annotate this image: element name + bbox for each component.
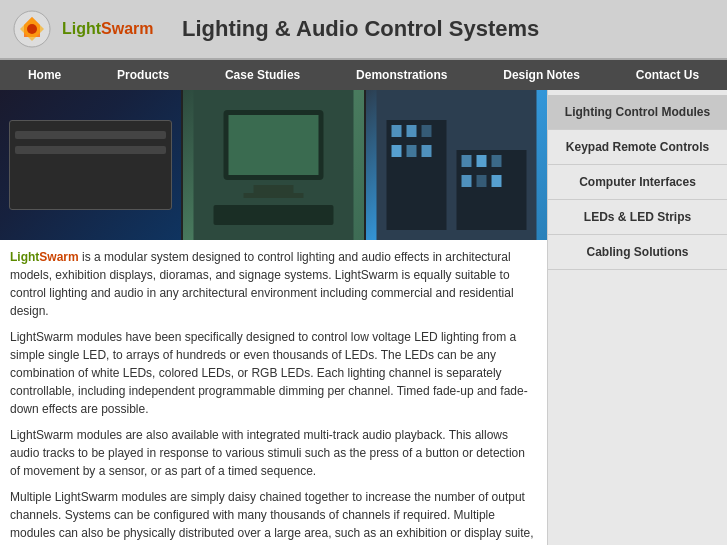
display-graphic <box>183 90 364 240</box>
banner-image-3 <box>366 90 547 240</box>
svg-rect-23 <box>477 175 487 187</box>
paragraph-1: LightSwarm is a modular system designed … <box>10 248 537 320</box>
site-title: Lighting & Audio Control Systems <box>172 16 539 42</box>
logo-icon <box>12 9 52 49</box>
logo-text: LightSwarm <box>62 20 154 38</box>
svg-rect-9 <box>214 205 334 225</box>
sidebar: Lighting Control Modules Keypad Remote C… <box>547 90 727 545</box>
svg-rect-22 <box>462 175 472 187</box>
svg-rect-16 <box>392 145 402 157</box>
nav-design-notes[interactable]: Design Notes <box>491 62 592 88</box>
sidebar-item-keypad-remote[interactable]: Keypad Remote Controls <box>548 130 727 165</box>
nav-case-studies[interactable]: Case Studies <box>213 62 312 88</box>
svg-rect-17 <box>407 145 417 157</box>
brand-name-1: LightSwarm <box>10 250 79 264</box>
content-area: LightSwarm is a modular system designed … <box>0 90 547 545</box>
image-banner <box>0 90 547 240</box>
svg-rect-7 <box>254 185 294 193</box>
svg-point-3 <box>27 24 37 34</box>
banner-image-2 <box>183 90 364 240</box>
svg-rect-20 <box>477 155 487 167</box>
sidebar-item-cabling[interactable]: Cabling Solutions <box>548 235 727 270</box>
svg-rect-19 <box>462 155 472 167</box>
sidebar-item-computer-interfaces[interactable]: Computer Interfaces <box>548 165 727 200</box>
paragraph-3: LightSwarm modules are also available wi… <box>10 426 537 480</box>
nav-demonstrations[interactable]: Demonstrations <box>344 62 459 88</box>
svg-rect-24 <box>492 175 502 187</box>
sidebar-item-leds[interactable]: LEDs & LED Strips <box>548 200 727 235</box>
paragraph-2: LightSwarm modules have been specificall… <box>10 328 537 418</box>
building-graphic <box>366 90 547 240</box>
svg-rect-14 <box>407 125 417 137</box>
text-content: LightSwarm is a modular system designed … <box>0 240 547 545</box>
svg-rect-21 <box>492 155 502 167</box>
svg-rect-8 <box>244 193 304 198</box>
main-wrapper: LightSwarm is a modular system designed … <box>0 90 727 545</box>
logo-light: Light <box>62 20 101 37</box>
device-rack-graphic <box>9 120 172 210</box>
sidebar-item-lighting-control[interactable]: Lighting Control Modules <box>548 95 727 130</box>
svg-rect-15 <box>422 125 432 137</box>
logo-area: LightSwarm <box>12 9 172 49</box>
nav-home[interactable]: Home <box>16 62 73 88</box>
banner-image-1 <box>0 90 181 240</box>
nav-products[interactable]: Products <box>105 62 181 88</box>
logo-swarm: Swarm <box>101 20 153 37</box>
paragraph-4: Multiple LightSwarm modules are simply d… <box>10 488 537 545</box>
header: LightSwarm Lighting & Audio Control Syst… <box>0 0 727 60</box>
svg-rect-6 <box>229 115 319 175</box>
nav-bar: Home Products Case Studies Demonstration… <box>0 60 727 90</box>
svg-rect-18 <box>422 145 432 157</box>
svg-rect-13 <box>392 125 402 137</box>
nav-contact-us[interactable]: Contact Us <box>624 62 711 88</box>
